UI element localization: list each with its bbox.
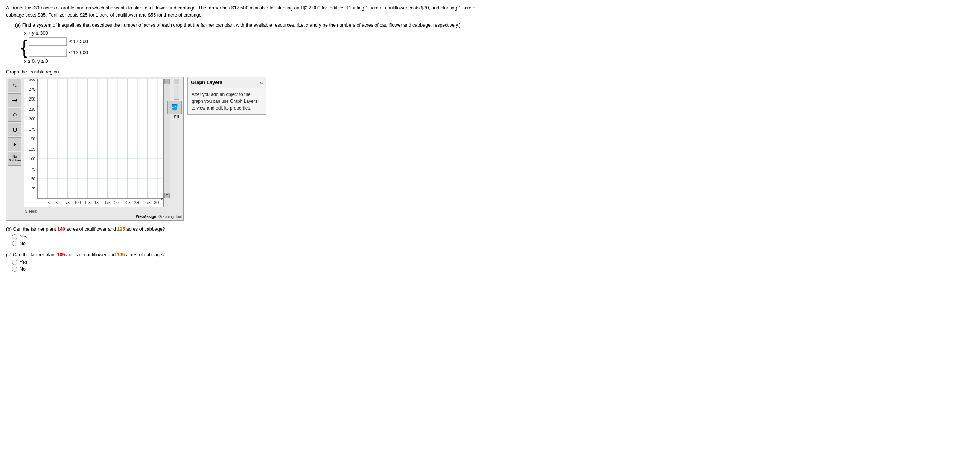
inequalities-list: ≤ 17,500 ≤ 12,000 xyxy=(29,37,88,57)
svg-text:75: 75 xyxy=(31,167,36,171)
fill-label: Fill xyxy=(174,115,179,119)
toolbar: ↖ ↗ ○ ∪ ● NoSolution xyxy=(8,79,22,219)
scrollbar-down-btn[interactable]: ▼ xyxy=(164,193,170,198)
no-solution-label: NoSolution xyxy=(9,155,21,162)
part-b-num1: 140 xyxy=(57,227,65,232)
dot-tool[interactable]: ● xyxy=(8,137,21,151)
graph-area: 300 275 250 225 200 175 150 125 100 75 5 xyxy=(24,79,182,219)
parabola-icon: ∪ xyxy=(12,125,18,134)
part-c-section: (c) Can the farmer plant 105 acres of ca… xyxy=(6,252,484,272)
arrow-icon: ↗ xyxy=(10,95,19,105)
input-third[interactable] xyxy=(29,49,67,57)
part-b-section: (b) Can the farmer plant 140 acres of ca… xyxy=(6,227,484,246)
graph-layers-body: After you add an object to the graph you… xyxy=(188,88,266,115)
part-b-yes-radio[interactable] xyxy=(12,234,18,239)
part-a-label: (a) Find a system of inequalities that d… xyxy=(15,22,484,28)
grid-svg: 300 275 250 225 200 175 150 125 100 75 5 xyxy=(24,79,163,207)
graph-label: Graph the feasible region. xyxy=(6,69,484,75)
svg-text:25: 25 xyxy=(31,187,36,191)
arrow-tool[interactable]: ↗ xyxy=(8,93,21,107)
svg-text:200: 200 xyxy=(29,117,35,121)
scrollbar-down-icon: ▼ xyxy=(165,194,169,197)
part-c-no-option: No xyxy=(12,267,484,272)
svg-text:25: 25 xyxy=(46,200,50,205)
part-c-num2: 195 xyxy=(117,252,125,258)
help-icon: ⊙ xyxy=(24,209,28,214)
ineq-row-first: x + y ≤ 300 xyxy=(21,30,484,36)
graph-layers-panel: Graph Layers « After you add an object t… xyxy=(188,77,266,115)
svg-text:275: 275 xyxy=(29,87,35,91)
svg-text:125: 125 xyxy=(29,147,35,151)
part-c-yes-radio[interactable] xyxy=(12,260,18,265)
part-c-question: (c) Can the farmer plant 105 acres of ca… xyxy=(6,252,484,258)
parabola-tool[interactable]: ∪ xyxy=(8,123,21,136)
graph-layers-close-btn[interactable]: « xyxy=(260,80,263,86)
svg-text:250: 250 xyxy=(29,97,35,101)
no-solution-tool[interactable]: NoSolution xyxy=(8,152,21,165)
part-b-yes-option: Yes xyxy=(12,234,484,239)
help-button[interactable]: ⊙ Help xyxy=(24,209,38,214)
part-b-no-radio[interactable] xyxy=(12,241,18,246)
graph-section: Graph the feasible region. ↖ ↗ ○ ∪ xyxy=(6,69,484,221)
intro-text: A farmer has 300 acres of arable land on… xyxy=(6,5,484,19)
svg-text:150: 150 xyxy=(94,200,101,205)
dot-icon: ● xyxy=(13,141,16,147)
svg-text:50: 50 xyxy=(31,177,36,181)
ineq-row-fourth: x ≥ 0, y ≥ 0 xyxy=(24,58,484,64)
fill-btn-area: 🪣 Fill xyxy=(171,79,182,119)
part-b-no-label: No xyxy=(19,241,25,246)
graph-layers-header: Graph Layers « xyxy=(188,77,266,88)
svg-text:275: 275 xyxy=(144,200,151,205)
part-c-no-radio[interactable] xyxy=(12,267,18,272)
fill-icon: 🪣 xyxy=(171,103,178,111)
ineq-row-second: ≤ 17,500 xyxy=(29,37,88,46)
cursor-tool[interactable]: ↖ xyxy=(8,79,21,92)
svg-text:125: 125 xyxy=(84,200,91,205)
fill-button[interactable]: 🪣 xyxy=(167,100,182,114)
part-b-yes-label: Yes xyxy=(19,234,27,239)
scrollbar-up-btn[interactable]: ▲ xyxy=(164,79,170,84)
svg-text:300: 300 xyxy=(154,200,161,205)
svg-text:175: 175 xyxy=(29,127,35,131)
svg-text:200: 200 xyxy=(115,200,121,205)
help-text: Help xyxy=(29,209,38,213)
graph-layers-title: Graph Layers xyxy=(191,80,223,85)
svg-text:300: 300 xyxy=(29,79,35,81)
part-c-yes-option: Yes xyxy=(12,260,484,265)
part-c-no-label: No xyxy=(19,267,25,272)
part-b-num2: 125 xyxy=(117,227,125,232)
svg-text:250: 250 xyxy=(134,200,141,205)
svg-text:150: 150 xyxy=(29,137,35,141)
svg-text:225: 225 xyxy=(124,200,130,205)
part-b-question: (b) Can the farmer plant 140 acres of ca… xyxy=(6,227,484,232)
part-c-num1: 105 xyxy=(57,252,65,258)
circle-tool[interactable]: ○ xyxy=(8,108,21,122)
graph-canvas[interactable]: 300 275 250 225 200 175 150 125 100 75 5 xyxy=(24,79,164,207)
svg-text:50: 50 xyxy=(55,200,60,205)
graph-canvas-wrap: 300 275 250 225 200 175 150 125 100 75 5 xyxy=(24,79,182,207)
svg-text:100: 100 xyxy=(29,157,35,161)
problem-container: A farmer has 300 acres of arable land on… xyxy=(6,5,484,272)
ineq-row-third: ≤ 12,000 xyxy=(29,49,88,57)
cursor-icon: ↖ xyxy=(13,82,18,89)
svg-text:100: 100 xyxy=(75,200,81,205)
bottom-controls: ⊙ Help xyxy=(24,207,182,214)
svg-text:175: 175 xyxy=(104,200,111,205)
circle-icon: ○ xyxy=(13,110,17,119)
system-inequalities: x + y ≤ 300 { ≤ 17,500 ≤ 12,000 x ≥ 0, y… xyxy=(21,30,484,64)
svg-text:75: 75 xyxy=(65,200,70,205)
svg-text:225: 225 xyxy=(29,107,35,111)
left-bracket: { xyxy=(21,37,27,57)
graph-outer: ↖ ↗ ○ ∪ ● NoSolution xyxy=(6,77,484,221)
part-b-no-option: No xyxy=(12,241,484,246)
graph-tool: ↖ ↗ ○ ∪ ● NoSolution xyxy=(6,77,184,221)
scrollbar-up-icon: ▲ xyxy=(165,80,169,83)
input-second[interactable] xyxy=(29,37,67,46)
webassign-label: WebAssign. Graphing Tool xyxy=(24,215,182,219)
part-c-yes-label: Yes xyxy=(19,260,27,265)
graph-scrollbar: ▲ ▼ xyxy=(164,79,170,198)
